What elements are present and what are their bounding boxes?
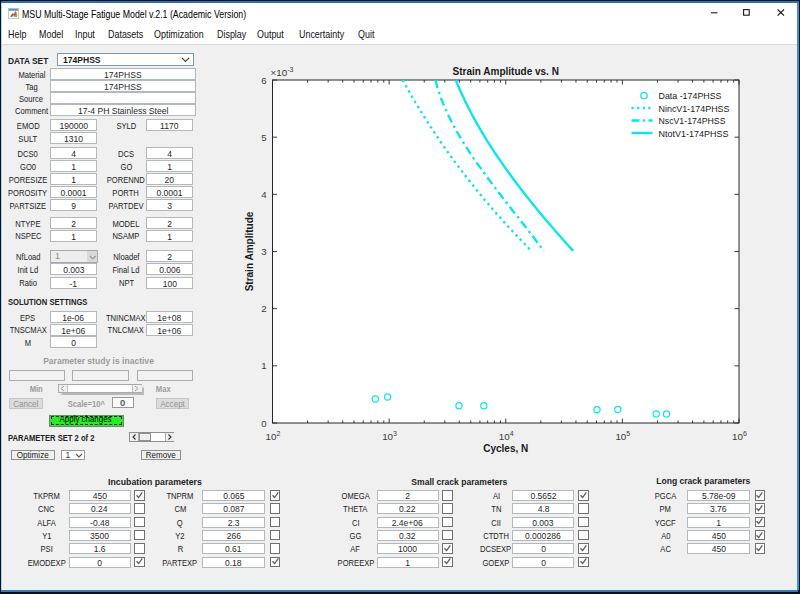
svg-text:Data -174PHSS: Data -174PHSS: [659, 90, 722, 101]
svg-text:0: 0: [261, 418, 266, 429]
svg-text:6: 6: [261, 75, 266, 86]
svg-text:104: 104: [499, 430, 514, 442]
svg-text:3: 3: [261, 246, 266, 257]
svg-text:105: 105: [615, 430, 630, 442]
svg-text:NincV1-174PHSS: NincV1-174PHSS: [659, 103, 730, 114]
svg-text:4: 4: [261, 189, 267, 200]
svg-text:×10-3: ×10-3: [271, 66, 294, 78]
svg-text:NtotV1-174PHSS: NtotV1-174PHSS: [659, 128, 729, 139]
svg-text:Strain Amplitude vs. N: Strain Amplitude vs. N: [453, 66, 559, 77]
svg-text:103: 103: [382, 430, 397, 442]
svg-text:Strain Amplitude: Strain Amplitude: [244, 211, 255, 291]
svg-text:NscV1-174PHSS: NscV1-174PHSS: [659, 115, 726, 126]
svg-text:Cycles, N: Cycles, N: [483, 443, 528, 454]
svg-text:2: 2: [261, 303, 266, 314]
svg-text:102: 102: [266, 430, 281, 442]
svg-text:106: 106: [732, 430, 747, 442]
svg-text:5: 5: [261, 132, 266, 143]
svg-text:1: 1: [261, 360, 266, 371]
